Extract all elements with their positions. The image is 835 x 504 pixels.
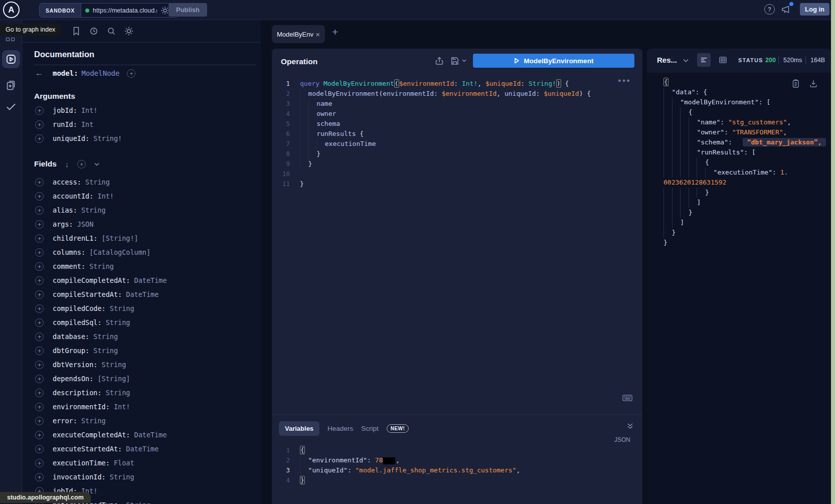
collapse-variables-icon[interactable] xyxy=(627,423,633,429)
field-type[interactable]: String xyxy=(77,417,106,425)
field-type[interactable]: String xyxy=(81,178,110,186)
add-field-icon[interactable]: + xyxy=(35,473,44,481)
field-type[interactable]: String xyxy=(85,262,114,270)
field-row[interactable]: +error: String xyxy=(22,414,261,428)
field-row[interactable]: +dependsOn: [String] xyxy=(22,372,261,386)
add-field-icon[interactable]: + xyxy=(35,262,44,271)
close-tab-icon[interactable]: × xyxy=(315,30,320,39)
field-row[interactable]: +columns: [CatalogColumn] xyxy=(22,245,261,259)
operation-editor[interactable]: 1query ModelByEnvironment($environmentId… xyxy=(272,79,642,189)
add-field-icon[interactable]: + xyxy=(35,403,44,411)
field-type[interactable]: [CatalogColumn] xyxy=(85,248,150,256)
variables-editor[interactable]: 1{2"environmentId": 78,3"uniqueId": "mod… xyxy=(272,445,642,485)
field-row[interactable]: +database: String xyxy=(22,329,261,344)
field-type[interactable]: String xyxy=(89,332,118,341)
field-row[interactable]: +invocationId: String xyxy=(22,470,261,484)
bookmark-icon[interactable] xyxy=(71,26,81,37)
field-type[interactable]: [String] xyxy=(93,375,130,383)
field-row[interactable]: +comment: String xyxy=(22,259,261,273)
sort-descending-icon[interactable]: ↓ xyxy=(65,160,69,169)
chevron-down-icon[interactable] xyxy=(94,162,99,166)
add-field-icon[interactable]: + xyxy=(35,206,44,215)
field-type[interactable]: DateTime xyxy=(122,290,158,298)
add-field-icon[interactable]: + xyxy=(35,361,44,369)
add-field-icon[interactable]: + xyxy=(35,417,44,425)
field-row[interactable]: +dbtGroup: String xyxy=(22,344,261,358)
sidebar-item-schema[interactable] xyxy=(6,79,17,91)
field-type[interactable]: DateTime xyxy=(130,431,166,439)
field-row[interactable]: +access: String xyxy=(22,175,261,189)
search-icon[interactable] xyxy=(106,26,116,37)
field-row[interactable]: +runId: Int xyxy=(22,117,261,131)
share-icon[interactable] xyxy=(435,56,444,66)
field-type[interactable]: Int! xyxy=(77,106,98,114)
settings-gear-icon[interactable] xyxy=(124,26,134,37)
table-view-toggle[interactable] xyxy=(719,56,727,64)
new-tab-button[interactable]: + xyxy=(332,26,338,38)
add-field-icon[interactable]: + xyxy=(35,178,44,187)
field-type[interactable]: String xyxy=(89,347,118,355)
field-type[interactable]: String xyxy=(106,473,134,481)
field-type[interactable]: String xyxy=(97,361,126,369)
endpoint-url-input[interactable]: https://metadata.cloud.get xyxy=(81,4,178,17)
field-row[interactable]: +uniqueId: String! xyxy=(22,131,261,145)
add-field-icon[interactable]: + xyxy=(35,389,44,397)
field-type[interactable]: Float xyxy=(110,459,134,467)
field-row[interactable]: +executeCompletedAt: DateTime xyxy=(22,428,261,442)
add-field-icon[interactable]: + xyxy=(35,459,44,467)
field-row[interactable]: +accountId: Int! xyxy=(22,189,261,203)
chevron-down-icon[interactable] xyxy=(683,59,689,63)
field-type[interactable]: Int xyxy=(77,120,94,128)
field-type[interactable]: String xyxy=(106,304,134,312)
add-field-icon[interactable]: + xyxy=(35,290,44,299)
tab-variables[interactable]: Variables xyxy=(279,421,319,436)
field-row[interactable]: +compileStartedAt: DateTime xyxy=(22,287,261,301)
add-field-icon[interactable]: + xyxy=(35,134,44,143)
field-type[interactable]: Int! xyxy=(93,192,114,200)
field-type[interactable]: String! xyxy=(89,134,122,142)
add-all-fields-icon[interactable]: + xyxy=(77,160,86,169)
add-field-icon[interactable]: + xyxy=(35,445,44,453)
sidebar-item-checks[interactable] xyxy=(6,102,17,111)
save-button[interactable] xyxy=(450,56,466,66)
announcements-megaphone-icon[interactable] xyxy=(780,5,791,15)
add-field-icon[interactable]: + xyxy=(35,192,44,201)
response-title[interactable]: Res... xyxy=(657,56,677,64)
raw-view-toggle[interactable] xyxy=(697,53,711,67)
field-type[interactable]: DateTime xyxy=(130,276,166,284)
field-row[interactable]: +childrenL1: [String!] xyxy=(22,231,261,245)
field-type[interactable]: String xyxy=(77,206,106,214)
field-row[interactable]: +compiledSql: String xyxy=(22,315,261,329)
field-type[interactable]: String xyxy=(122,501,150,504)
field-row[interactable]: +environmentId: Int! xyxy=(22,400,261,414)
add-field-icon[interactable]: + xyxy=(35,347,44,355)
field-row[interactable]: +compileCompletedAt: DateTime xyxy=(22,273,261,287)
history-icon[interactable] xyxy=(89,26,99,37)
field-row[interactable]: +compiledCode: String xyxy=(22,301,261,315)
help-icon[interactable]: ? xyxy=(764,4,775,15)
field-row[interactable]: +alias: String xyxy=(22,203,261,217)
graph-index-icon[interactable] xyxy=(6,38,15,41)
field-row[interactable]: +description: String xyxy=(22,386,261,400)
add-field-icon[interactable]: + xyxy=(35,234,44,243)
back-arrow-icon[interactable]: ← xyxy=(35,69,43,78)
field-type[interactable]: String xyxy=(102,318,130,326)
field-type[interactable]: String xyxy=(102,389,130,397)
add-field-icon[interactable]: + xyxy=(35,375,44,383)
field-row[interactable]: +executeStartedAt: DateTime xyxy=(22,442,261,456)
sidebar-item-explorer[interactable] xyxy=(2,50,20,68)
add-field-icon[interactable]: + xyxy=(35,332,44,341)
field-type[interactable]: [String!] xyxy=(97,234,138,242)
apollo-logo[interactable]: A xyxy=(3,2,20,18)
field-type[interactable]: JSON xyxy=(73,220,94,228)
add-field-icon[interactable]: + xyxy=(127,69,135,78)
add-field-icon[interactable]: + xyxy=(35,248,44,257)
add-field-icon[interactable]: + xyxy=(35,431,44,439)
add-field-icon[interactable]: + xyxy=(35,318,44,327)
field-row[interactable]: +dbtVersion: String xyxy=(22,358,261,372)
tab-headers[interactable]: Headers xyxy=(327,425,353,432)
run-operation-button[interactable]: ModelByEnvironment xyxy=(473,54,634,68)
keyboard-shortcuts-icon[interactable] xyxy=(622,395,632,401)
field-row[interactable]: +jobId: Int! xyxy=(22,103,261,117)
field-type[interactable]: DateTime xyxy=(122,445,158,453)
